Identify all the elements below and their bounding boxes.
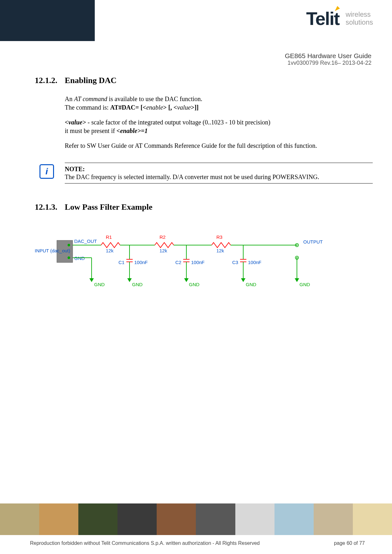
brand-logo: Telit [306, 8, 339, 29]
section-body-1: An AT command is available to use the DA… [65, 95, 373, 150]
c1-value: 100nF [134, 260, 148, 265]
r1-label: R1 [106, 234, 112, 240]
header-block [0, 0, 95, 41]
svg-point-22 [296, 257, 298, 258]
note-text: The DAC frequency is selected internally… [65, 173, 373, 181]
c3-label: C3 [232, 260, 238, 265]
section-heading-2: 12.1.3.Low Pass Filter Example [35, 202, 373, 212]
note-rule-bottom [65, 183, 373, 184]
svg-point-19 [296, 244, 298, 246]
para-3: Refer to SW User Guide or AT Commands Re… [65, 142, 373, 150]
page-number: page 60 of 77 [334, 540, 365, 546]
info-icon-glyph: i [45, 166, 48, 177]
resistor-r3 [212, 243, 231, 248]
svg-point-1 [68, 256, 70, 259]
doc-title-block: GE865 Hardware User Guide 1vv0300799 Rev… [285, 52, 371, 66]
c2-value: 100nF [191, 260, 205, 265]
dac-out-label: DAC_OUT [74, 238, 97, 244]
r2-value: 12k [160, 248, 167, 253]
info-icon: i [39, 164, 54, 179]
section-num-1: 12.1.2. [35, 76, 65, 85]
r1-value: 12k [106, 248, 114, 253]
logo-accent-icon [334, 5, 341, 12]
footer-image-strip [0, 503, 392, 535]
note-label: NOTE: [65, 166, 373, 173]
gnd-c2: GND [189, 282, 200, 287]
r3-value: 12k [216, 248, 224, 253]
input-label: INPUT (dac_out) [35, 248, 70, 253]
tagline-line2: solutions [346, 19, 373, 26]
tagline-line1: wireless [346, 11, 373, 18]
brand-tagline: wireless solutions [346, 11, 373, 26]
output-label: OUTPUT [303, 239, 323, 244]
c2-label: C2 [175, 260, 181, 265]
logo-area: Telit wireless solutions [306, 8, 373, 29]
r2-label: R2 [160, 234, 166, 240]
doc-title: GE865 Hardware User Guide [285, 52, 371, 60]
c1-label: C1 [118, 260, 124, 265]
gnd-arrow-c1 [127, 278, 132, 282]
section-title-1: Enabling DAC [65, 76, 117, 85]
note-rule-top [65, 163, 373, 163]
section-heading-1: 12.1.2.Enabling DAC [35, 76, 373, 85]
content-area: 12.1.2.Enabling DAC An AT command is ava… [35, 76, 373, 310]
para-2: <value> - scale factor of the integrated… [65, 118, 373, 135]
circuit-svg: DAC_OUT GND INPUT (dac_out) R1 12k C1 10… [35, 228, 351, 310]
c3-value: 100nF [248, 260, 262, 265]
doc-revision: 1vv0300799 Rev.16– 2013-04-22 [285, 60, 371, 66]
para-1: An AT command is available to use the DA… [65, 95, 373, 112]
gnd-out: GND [299, 282, 310, 287]
section-num-2: 12.1.3. [35, 202, 65, 212]
section-title-2: Low Pass Filter Example [65, 202, 153, 212]
gnd-c3: GND [246, 282, 256, 287]
r3-label: R3 [216, 234, 222, 240]
footer-text: Reproduction forbidden without Telit Com… [30, 540, 365, 546]
resistor-r2 [155, 243, 174, 248]
resistor-r1 [101, 243, 120, 248]
svg-point-0 [68, 244, 70, 246]
document-page: Telit wireless solutions GE865 Hardware … [0, 0, 392, 554]
gnd-in: GND [94, 282, 105, 287]
note-block: i NOTE: The DAC frequency is selected in… [65, 163, 373, 184]
gnd-pin-label: GND [74, 256, 85, 261]
gnd-c1: GND [132, 282, 143, 287]
circuit-diagram: DAC_OUT GND INPUT (dac_out) R1 12k C1 10… [35, 228, 373, 310]
copyright: Reproduction forbidden without Telit Com… [30, 540, 260, 546]
